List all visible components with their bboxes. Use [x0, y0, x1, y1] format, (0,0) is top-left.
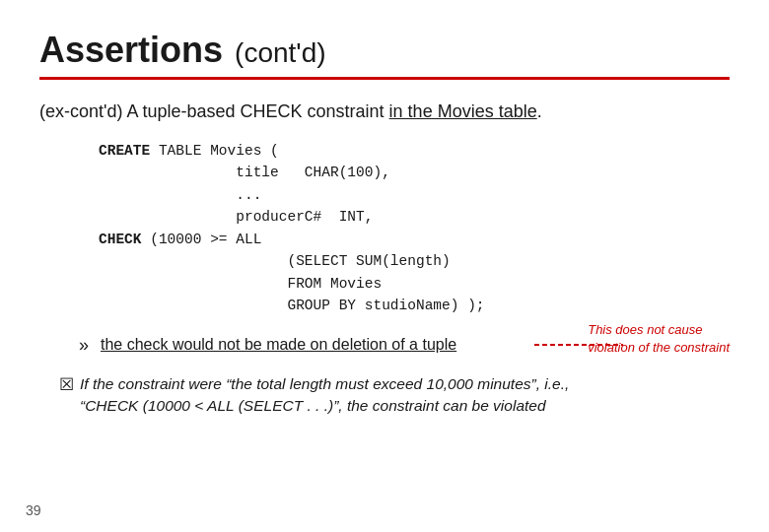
code-line-3: ... [99, 184, 730, 206]
keyword-create: CREATE [99, 143, 150, 159]
title-sub: (cont'd) [235, 37, 326, 69]
code-block: CREATE TABLE Movies ( title CHAR(100), .… [99, 140, 730, 317]
slide-header: Assertions (cont'd) [39, 30, 730, 71]
code-line-5: CHECK (10000 >= ALL [99, 229, 730, 250]
checkbox-text-line2: “CHECK (10000 < ALL (SELECT . . .)”, the… [80, 397, 546, 414]
intro-before: (ex-cont'd) A tuple-based CHECK constrai… [39, 101, 389, 121]
keyword-check: CHECK [99, 232, 142, 247]
checkbox-row: ☒ If the constraint were “the total leng… [59, 373, 730, 418]
checkbox-text-line1: If the constraint were “the total length… [80, 375, 569, 392]
bullet-row: » the check would not be made on deletio… [79, 335, 730, 356]
title-main: Assertions [39, 30, 223, 71]
intro-underline: in the Movies table [389, 101, 537, 121]
code-line-8: GROUP BY studioName) ); [99, 295, 730, 316]
annotation: This does not cause violation of the con… [588, 321, 730, 357]
code-line-4: producerC# INT, [99, 206, 730, 228]
code-line-6: (SELECT SUM(length) [99, 250, 730, 272]
bullet-arrow: » [79, 335, 89, 356]
code-line-2: title CHAR(100), [99, 162, 730, 183]
header-rule [39, 77, 730, 80]
annotation-line2: violation of the constraint [588, 339, 730, 357]
checkbox-icon: ☒ [59, 374, 74, 395]
bullet-text: the check would not be made on deletion … [101, 336, 456, 354]
slide: Assertions (cont'd) (ex-cont'd) A tuple-… [0, 0, 769, 532]
code-line-7: FROM Movies [99, 273, 730, 295]
checkbox-text-block: If the constraint were “the total length… [80, 373, 569, 418]
annotation-line1: This does not cause [588, 321, 730, 339]
page-number: 39 [26, 502, 41, 518]
intro-after: . [537, 101, 542, 121]
bottom-section: ☒ If the constraint were “the total leng… [59, 373, 730, 418]
code-line-1: CREATE TABLE Movies ( [99, 140, 730, 162]
intro-text: (ex-cont'd) A tuple-based CHECK constrai… [39, 101, 730, 122]
